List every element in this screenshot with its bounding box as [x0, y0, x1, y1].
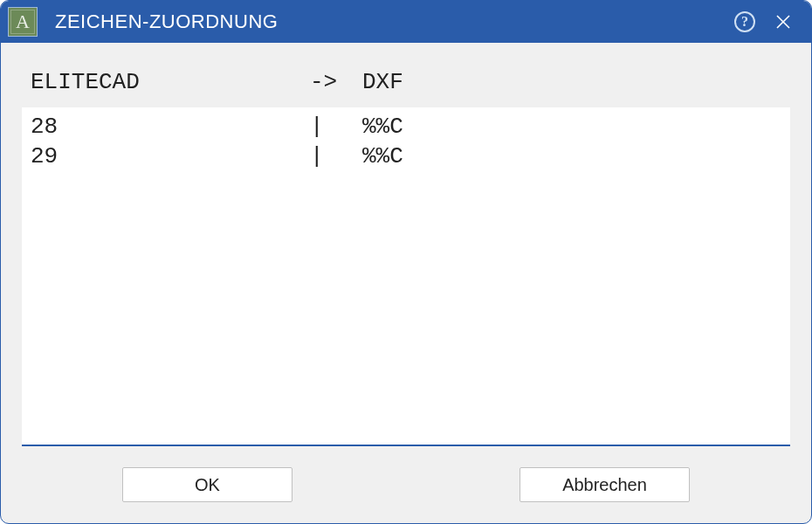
app-icon: A [8, 7, 38, 37]
app-icon-letter: A [16, 10, 30, 33]
mapping-row-left: 29 [31, 142, 310, 172]
mapping-row[interactable]: 29|%%C [31, 142, 781, 172]
column-header-left: ELITECAD [31, 69, 310, 95]
cancel-button[interactable]: Abbrechen [520, 467, 690, 502]
dialog-window: A ZEICHEN-ZUORDNUNG ? ELITECAD -> DXF 28… [0, 0, 812, 524]
mapping-row-right: %%C [362, 113, 781, 142]
mapping-row-separator: | [310, 142, 362, 172]
column-header-arrow: -> [310, 69, 362, 95]
mapping-listbox[interactable]: 28|%%C29|%%C [22, 107, 790, 446]
mapping-row-separator: | [310, 113, 362, 142]
titlebar: A ZEICHEN-ZUORDNUNG ? [1, 1, 811, 43]
mapping-row[interactable]: 28|%%C [31, 113, 781, 142]
close-button[interactable] [762, 4, 804, 39]
column-header-right: DXF [362, 69, 781, 95]
window-title: ZEICHEN-ZUORDNUNG [55, 10, 278, 33]
mapping-row-right: %%C [362, 142, 781, 172]
button-row: OK Abbrechen [22, 446, 790, 506]
column-header-row: ELITECAD -> DXF [22, 64, 790, 107]
mapping-row-left: 28 [31, 113, 310, 142]
help-button[interactable]: ? [727, 4, 762, 39]
close-icon [775, 14, 791, 30]
dialog-body: ELITECAD -> DXF 28|%%C29|%%C OK Abbreche… [1, 43, 811, 523]
ok-button[interactable]: OK [122, 467, 292, 502]
help-icon: ? [734, 11, 755, 32]
